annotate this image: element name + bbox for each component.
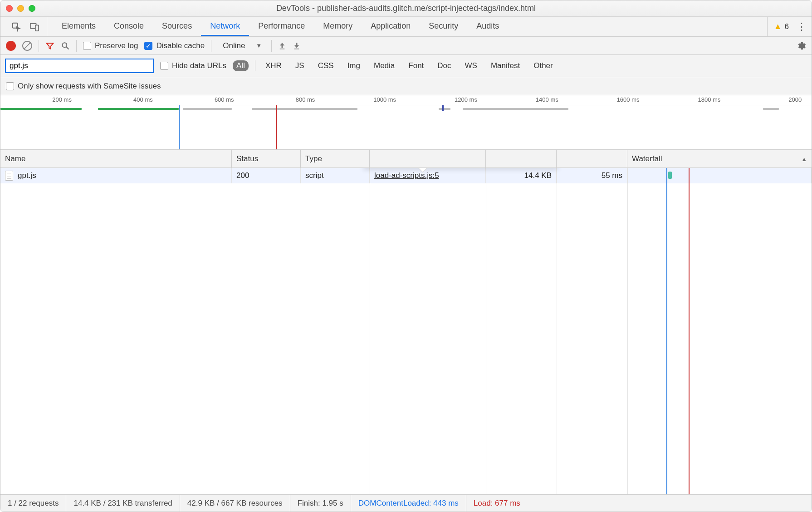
cell-status: 200 [232, 168, 301, 183]
filter-type-img[interactable]: Img [344, 60, 364, 71]
warning-icon: ▲ [774, 22, 782, 31]
column-size[interactable] [486, 150, 557, 167]
divider [39, 40, 39, 52]
sort-ascending-icon: ▲ [801, 156, 807, 162]
throttling-select[interactable]: Online ▼ [218, 41, 265, 51]
disable-cache-checkbox[interactable]: ✓ Disable cache [144, 41, 205, 50]
status-load: Load: 677 ms [466, 495, 528, 512]
svg-rect-2 [35, 25, 39, 31]
network-table-header: Name Status Type Waterfall ▲ [0, 150, 812, 168]
filter-type-ws[interactable]: WS [461, 60, 481, 71]
samesite-checkbox[interactable]: Only show requests with SameSite issues [6, 82, 161, 91]
waterfall-load-line [689, 168, 690, 183]
tab-performance[interactable]: Performance [249, 17, 314, 36]
filter-type-js[interactable]: JS [292, 60, 308, 71]
tab-application[interactable]: Application [362, 17, 420, 36]
filter-type-css[interactable]: CSS [314, 60, 338, 71]
column-waterfall-label: Waterfall [632, 154, 662, 163]
cell-waterfall [627, 168, 812, 183]
status-resources: 42.9 KB / 667 KB resources [180, 495, 290, 512]
tab-security[interactable]: Security [420, 17, 467, 36]
devtools-window: DevTools - publisher-ads-audits.glitch.m… [0, 0, 812, 512]
checkbox-checked-icon: ✓ [144, 42, 152, 50]
hide-data-urls-checkbox[interactable]: Hide data URLs [160, 61, 226, 70]
status-transferred: 14.4 KB / 231 KB transferred [66, 495, 180, 512]
panel-tabs: Elements Console Sources Network Perform… [53, 17, 508, 36]
divider [211, 40, 211, 52]
timeline-tick: 1800 ms [698, 96, 722, 103]
tab-console[interactable]: Console [105, 17, 153, 36]
window-title: DevTools - publisher-ads-audits.glitch.m… [0, 4, 812, 13]
more-menu-button[interactable]: ⋮ [795, 21, 808, 33]
filter-type-all[interactable]: All [233, 60, 249, 71]
column-type[interactable]: Type [301, 150, 370, 167]
filter-type-other[interactable]: Other [530, 60, 557, 71]
tab-memory[interactable]: Memory [314, 17, 362, 36]
settings-gear-icon[interactable] [796, 41, 806, 51]
network-table-body: gpt.js 200 script load-ad-scripts.js:5 1… [0, 168, 812, 494]
column-name[interactable]: Name [0, 150, 232, 167]
timeline-overview[interactable]: 200 ms 400 ms 600 ms 800 ms 1000 ms 1200… [0, 95, 812, 150]
hide-data-urls-label: Hide data URLs [172, 61, 226, 70]
main-tabbar: Elements Console Sources Network Perform… [0, 17, 812, 37]
column-waterfall[interactable]: Waterfall ▲ [627, 150, 812, 167]
divider [271, 40, 272, 52]
filter-type-font[interactable]: Font [405, 60, 427, 71]
timeline-body [0, 105, 812, 150]
filter-type-doc[interactable]: Doc [434, 60, 455, 71]
divider [76, 40, 77, 52]
waterfall-dcl-guide [666, 183, 667, 494]
filter-type-manifest[interactable]: Manifest [487, 60, 523, 71]
column-time[interactable] [557, 150, 627, 167]
timeline-tick: 800 ms [296, 96, 317, 103]
tab-network[interactable]: Network [201, 17, 249, 36]
cell-initiator[interactable]: load-ad-scripts.js:5 [370, 168, 486, 183]
inspect-element-icon[interactable] [11, 22, 21, 32]
search-icon[interactable] [61, 41, 70, 50]
initiator-link: load-ad-scripts.js:5 [374, 171, 439, 180]
tab-elements[interactable]: Elements [53, 17, 105, 36]
timeline-tick: 600 ms [215, 96, 236, 103]
warnings-badge[interactable]: ▲ 6 [767, 17, 795, 36]
status-requests: 1 / 22 requests [0, 495, 66, 512]
column-status[interactable]: Status [232, 150, 301, 167]
device-toolbar-icon[interactable] [29, 22, 39, 32]
timeline-tick: 1200 ms [455, 96, 479, 103]
filter-type-media[interactable]: Media [370, 60, 398, 71]
export-har-button[interactable] [293, 42, 301, 50]
svg-point-3 [62, 43, 67, 47]
svg-rect-6 [294, 49, 299, 49]
request-name: gpt.js [18, 171, 36, 180]
status-finish: Finish: 1.95 s [290, 495, 351, 512]
status-domcontentloaded: DOMContentLoaded: 443 ms [351, 495, 466, 512]
waterfall-load-guide [689, 183, 690, 494]
network-toolbar: Preserve log ✓ Disable cache Online ▼ [0, 37, 812, 55]
chevron-down-icon: ▼ [256, 42, 262, 49]
clear-button[interactable] [22, 41, 32, 51]
status-bar: 1 / 22 requests 14.4 KB / 231 KB transfe… [0, 494, 812, 512]
timeline-ruler: 200 ms 400 ms 600 ms 800 ms 1000 ms 1200… [0, 95, 812, 105]
preserve-log-checkbox[interactable]: Preserve log [83, 41, 138, 50]
tab-audits[interactable]: Audits [467, 17, 508, 36]
filter-input[interactable] [5, 59, 154, 73]
tab-sources[interactable]: Sources [153, 17, 201, 36]
cell-name: gpt.js [0, 168, 232, 183]
checkbox-icon [6, 82, 14, 90]
samesite-bar: Only show requests with SameSite issues [0, 77, 812, 95]
filter-type-xhr[interactable]: XHR [262, 60, 285, 71]
record-button[interactable] [6, 41, 16, 51]
waterfall-dcl-line [666, 168, 667, 183]
divider [255, 60, 255, 71]
cell-size: 14.4 KB [486, 168, 557, 183]
throttling-value: Online [223, 41, 245, 50]
table-row[interactable]: gpt.js 200 script load-ad-scripts.js:5 1… [0, 168, 812, 183]
waterfall-bar [668, 172, 672, 179]
preserve-log-label: Preserve log [95, 41, 138, 50]
column-initiator[interactable] [370, 150, 486, 167]
svg-line-4 [67, 47, 69, 49]
timeline-tick: 1400 ms [536, 96, 560, 103]
import-har-button[interactable] [278, 42, 286, 50]
cell-time: 55 ms [557, 168, 627, 183]
titlebar: DevTools - publisher-ads-audits.glitch.m… [0, 0, 812, 17]
filter-icon[interactable] [45, 41, 54, 50]
